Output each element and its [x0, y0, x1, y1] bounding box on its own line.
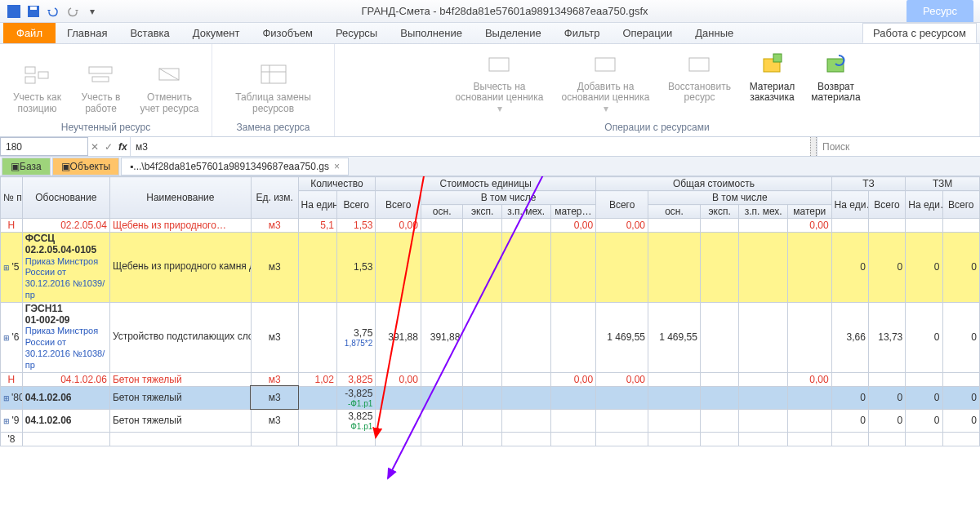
- ribbon-tabs: Файл Главная Вставка Документ Физобъем Р…: [0, 23, 980, 44]
- search-input[interactable]: Поиск: [817, 137, 980, 156]
- table-row[interactable]: ⊞'9 04.1.02.06Бетон тяжелый м3 3,825Ф1.р…: [1, 409, 980, 432]
- svg-rect-14: [595, 58, 615, 71]
- col-naim[interactable]: Наименование: [109, 177, 251, 219]
- ribbon-group-caption: Операции с ресурсами: [604, 120, 709, 135]
- redo-icon[interactable]: [64, 3, 82, 20]
- svg-rect-2: [30, 7, 37, 10]
- cancel-account-button[interactable]: Отменить учет ресурса: [133, 60, 207, 117]
- save-icon[interactable]: [24, 3, 42, 20]
- tab-selection[interactable]: Выделение: [479, 23, 548, 43]
- col-obos[interactable]: Обоснование: [22, 177, 109, 219]
- svg-rect-7: [92, 77, 109, 82]
- grid-area: № п.п Обоснование Наименование Ед. изм. …: [0, 176, 980, 524]
- formula-input[interactable]: м3: [131, 137, 810, 156]
- account-in-work-button[interactable]: Учесть в работе: [69, 60, 133, 117]
- qat-more-icon[interactable]: ▾: [83, 3, 101, 20]
- table-row[interactable]: ⊞'6 ГЭСН1101-002-09Приказ Минстроя Росси…: [1, 302, 980, 372]
- table-row[interactable]: '8: [1, 432, 980, 446]
- workspace-tabs: ▣ База ▣ Объекты ▪ ...\b4f28da81e57601a9…: [0, 157, 980, 176]
- ribbon-group-caption: Замена ресурса: [236, 120, 310, 135]
- tab-execution[interactable]: Выполнение: [394, 23, 469, 43]
- svg-line-9: [159, 69, 179, 80]
- restore-resource-button[interactable]: Восстановить ресурс: [659, 49, 741, 117]
- replacement-table-button[interactable]: Таблица замены ресурсов: [225, 60, 323, 117]
- context-tab-header: Ресурс: [906, 0, 973, 22]
- svg-rect-3: [25, 67, 35, 73]
- ribbon-body: Учесть как позицию Учесть в работе Отмен…: [0, 44, 980, 137]
- tab-resources[interactable]: Ресурсы: [329, 23, 384, 43]
- ribbon-group-operations: Вычесть на основании ценника▾ Добавить н…: [335, 44, 980, 136]
- tab-filter[interactable]: Фильтр: [558, 23, 607, 43]
- tab-data[interactable]: Данные: [688, 23, 740, 43]
- table-row[interactable]: Н02.2.05.04 Щебень из природного…м3 5,11…: [1, 219, 980, 233]
- col-st-ed[interactable]: Стоимость единицы: [376, 177, 596, 191]
- cancel-edit-icon[interactable]: ✕: [91, 141, 99, 153]
- undo-icon[interactable]: [44, 3, 62, 20]
- customer-material-button[interactable]: Материал заказчика: [741, 49, 804, 117]
- window-title: ГРАНД-Смета - b4f28da81e57601a9891349687…: [103, 5, 906, 17]
- tab-document[interactable]: Документ: [186, 23, 247, 43]
- table-row[interactable]: ⊞'5 ФССЦ02.2.05.04-0105Приказ Минстроя Р…: [1, 233, 980, 303]
- formula-bar: 180 ✕ ✓ fx м3 Поиск: [0, 137, 980, 157]
- col-ed[interactable]: Ед. изм.: [251, 177, 298, 219]
- name-box[interactable]: 180: [0, 137, 88, 156]
- formula-icons: ✕ ✓ fx: [88, 137, 131, 156]
- expand-icon[interactable]: ⊞: [3, 264, 11, 272]
- data-grid[interactable]: № п.п Обоснование Наименование Ед. изм. …: [0, 176, 980, 446]
- add-by-pricelist-button[interactable]: Добавить на основании ценника▾: [553, 49, 659, 117]
- selected-cell: м3: [251, 386, 298, 409]
- search-resize-handle[interactable]: [810, 137, 817, 156]
- account-as-position-button[interactable]: Учесть как позицию: [6, 60, 69, 117]
- svg-rect-4: [25, 77, 35, 83]
- svg-rect-6: [89, 67, 112, 73]
- col-npp[interactable]: № п.п: [1, 177, 23, 219]
- file-tab[interactable]: Файл: [3, 23, 56, 43]
- app-icon: [5, 3, 23, 20]
- grid-header: № п.п Обоснование Наименование Ед. изм. …: [1, 177, 980, 219]
- tab-main[interactable]: Главная: [60, 23, 114, 43]
- svg-rect-13: [489, 58, 509, 71]
- ribbon-group-replace: Таблица замены ресурсов Замена ресурса: [212, 44, 335, 136]
- quick-access-toolbar: ▾ ГРАНД-Смета - b4f28da81e57601a98913496…: [0, 0, 980, 23]
- expand-icon[interactable]: ⊞: [3, 394, 11, 402]
- col-tzm[interactable]: ТЗМ: [906, 177, 980, 191]
- return-material-button[interactable]: Возврат материала: [804, 49, 868, 117]
- subtract-by-pricelist-button[interactable]: Вычесть на основании ценника▾: [447, 49, 553, 117]
- expand-icon[interactable]: ⊞: [3, 417, 11, 425]
- close-icon[interactable]: ×: [334, 161, 340, 172]
- svg-rect-17: [773, 54, 782, 62]
- ribbon-group-unaccounted: Учесть как позицию Учесть в работе Отмен…: [0, 44, 212, 136]
- expand-icon[interactable]: ⊞: [3, 334, 11, 342]
- col-kol[interactable]: Количество: [298, 177, 376, 191]
- confirm-edit-icon[interactable]: ✓: [105, 141, 113, 153]
- tab-insert[interactable]: Вставка: [123, 23, 176, 43]
- col-tz[interactable]: ТЗ: [831, 177, 906, 191]
- table-row[interactable]: ⊞'80 04.1.02.06Бетон тяжелый м3 -3,825-Ф…: [1, 386, 980, 409]
- svg-rect-0: [7, 5, 20, 18]
- svg-rect-5: [38, 72, 48, 78]
- tab-file[interactable]: ▪ ...\b4f28da81e57601a9891349687eaa750.g…: [121, 158, 349, 175]
- table-row[interactable]: Н04.1.02.06 Бетон тяжелыйм3 1,023,825 0,…: [1, 372, 980, 386]
- fx-icon[interactable]: fx: [118, 141, 127, 153]
- svg-rect-10: [261, 65, 286, 83]
- col-obsh[interactable]: Общая стоимость: [596, 177, 831, 191]
- ribbon-group-caption: Неучтенный ресурс: [61, 120, 150, 135]
- tab-physvol[interactable]: Физобъем: [256, 23, 319, 43]
- tab-operations[interactable]: Операции: [616, 23, 679, 43]
- tab-work-with-resource[interactable]: Работа с ресурсом: [862, 23, 977, 43]
- svg-rect-15: [689, 58, 709, 71]
- tab-base[interactable]: ▣ База: [2, 158, 51, 175]
- tab-objects[interactable]: ▣ Объекты: [52, 158, 120, 175]
